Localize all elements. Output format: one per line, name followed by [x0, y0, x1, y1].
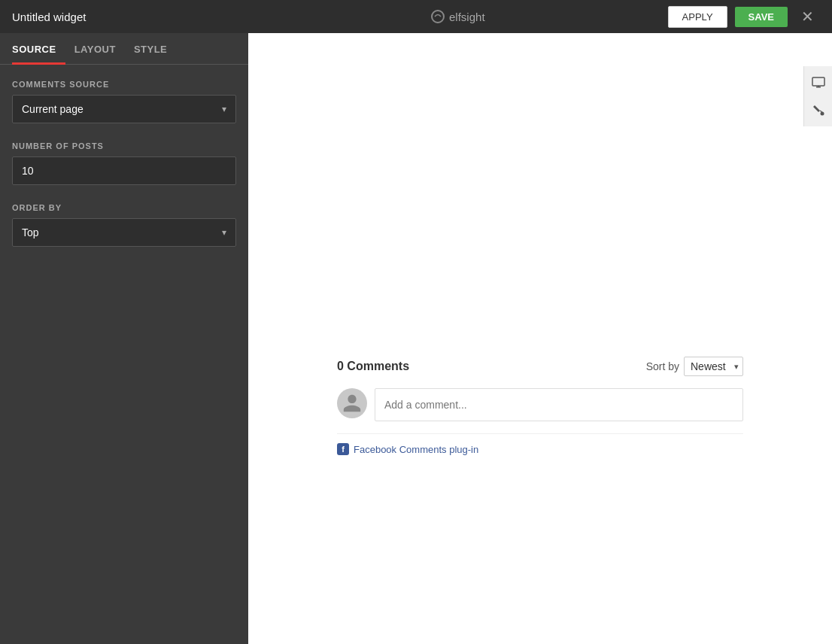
svg-rect-3 [818, 86, 819, 87]
number-of-posts-input[interactable] [12, 156, 236, 185]
fb-plugin-link[interactable]: Facebook Comments plug-in [354, 444, 478, 455]
sidebar: SOURCE LAYOUT STYLE COMMENTS SOURCE Curr… [0, 33, 248, 644]
order-by-select[interactable]: Top Newest Oldest [13, 219, 235, 246]
facebook-icon: f [337, 443, 349, 455]
top-bar-center: elfsight [248, 10, 668, 23]
order-by-select-wrapper[interactable]: Top Newest Oldest ▾ [12, 218, 236, 247]
sort-select-wrapper[interactable]: Newest Oldest Top [684, 357, 743, 376]
widget-title: Untitled widget [0, 11, 248, 23]
close-button[interactable]: ✕ [795, 5, 820, 29]
order-by-group: ORDER BY Top Newest Oldest ▾ [12, 203, 236, 247]
comments-header: 0 Comments Sort by Newest Oldest Top [337, 357, 743, 376]
save-button[interactable]: SAVE [735, 7, 788, 27]
fb-footer: f Facebook Comments plug-in [337, 433, 743, 455]
comments-count: 0 Comments [337, 360, 409, 373]
svg-point-4 [820, 112, 824, 116]
avatar [337, 388, 367, 418]
tab-layout[interactable]: LAYOUT [65, 33, 125, 65]
paint-bucket-icon[interactable] [808, 99, 829, 120]
elfsight-logo: elfsight [431, 10, 485, 23]
comments-source-select[interactable]: Current page Custom URL [13, 96, 235, 123]
preview-inner: 0 Comments Sort by Newest Oldest Top [248, 327, 832, 485]
comments-source-select-wrapper[interactable]: Current page Custom URL ▾ [12, 95, 236, 123]
number-of-posts-label: NUMBER OF POSTS [12, 141, 236, 150]
order-by-label: ORDER BY [12, 203, 236, 212]
top-bar-actions: APPLY SAVE ✕ [668, 5, 832, 29]
monitor-icon[interactable] [808, 72, 829, 93]
top-bar: Untitled widget elfsight APPLY SAVE ✕ [0, 0, 832, 33]
apply-button[interactable]: APPLY [668, 6, 727, 28]
sort-select[interactable]: Newest Oldest Top [684, 357, 743, 376]
number-of-posts-group: NUMBER OF POSTS [12, 141, 236, 185]
preview-area: 0 Comments Sort by Newest Oldest Top [248, 33, 832, 644]
tab-style[interactable]: STYLE [125, 33, 176, 65]
sidebar-content: COMMENTS SOURCE Current page Custom URL … [0, 65, 248, 262]
preview-top-space [248, 33, 832, 327]
side-icons-panel [803, 66, 832, 126]
comment-input-row [337, 388, 743, 421]
comment-input[interactable] [375, 388, 743, 421]
svg-point-0 [432, 11, 444, 23]
comments-widget: 0 Comments Sort by Newest Oldest Top [337, 357, 743, 455]
tabs: SOURCE LAYOUT STYLE [0, 33, 248, 65]
elfsight-logo-icon [431, 10, 445, 23]
main-content: SOURCE LAYOUT STYLE COMMENTS SOURCE Curr… [0, 33, 832, 644]
brand-name: elfsight [449, 11, 485, 23]
svg-rect-1 [812, 77, 824, 86]
comments-source-label: COMMENTS SOURCE [12, 80, 236, 89]
tab-source[interactable]: SOURCE [12, 33, 65, 65]
comments-source-group: COMMENTS SOURCE Current page Custom URL … [12, 80, 236, 123]
sort-by-container: Sort by Newest Oldest Top [646, 357, 743, 376]
avatar-icon [342, 393, 363, 414]
svg-line-5 [820, 111, 822, 112]
sort-by-label: Sort by [646, 360, 679, 372]
